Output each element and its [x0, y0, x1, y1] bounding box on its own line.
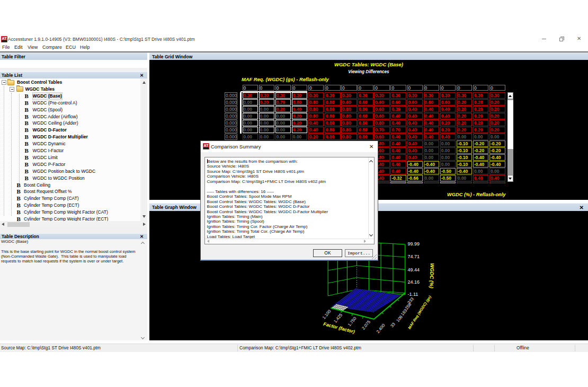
svg-text:24.16: 24.16	[408, 279, 420, 285]
svg-text:33: 33	[389, 322, 396, 329]
svg-text:2.400: 2.400	[376, 323, 386, 335]
svg-text:1.100: 1.100	[322, 309, 332, 320]
svg-text:WGDC (%): WGDC (%)	[429, 263, 435, 288]
svg-text:1.750: 1.750	[347, 316, 358, 328]
svg-text:2.075: 2.075	[361, 319, 371, 331]
svg-text:49.44: 49.44	[408, 267, 420, 272]
svg-text:99.99: 99.99	[408, 241, 420, 247]
svg-text:-1.11: -1.11	[408, 292, 418, 297]
svg-text:1.425: 1.425	[333, 312, 343, 324]
svg-text:74.71: 74.71	[408, 254, 420, 259]
